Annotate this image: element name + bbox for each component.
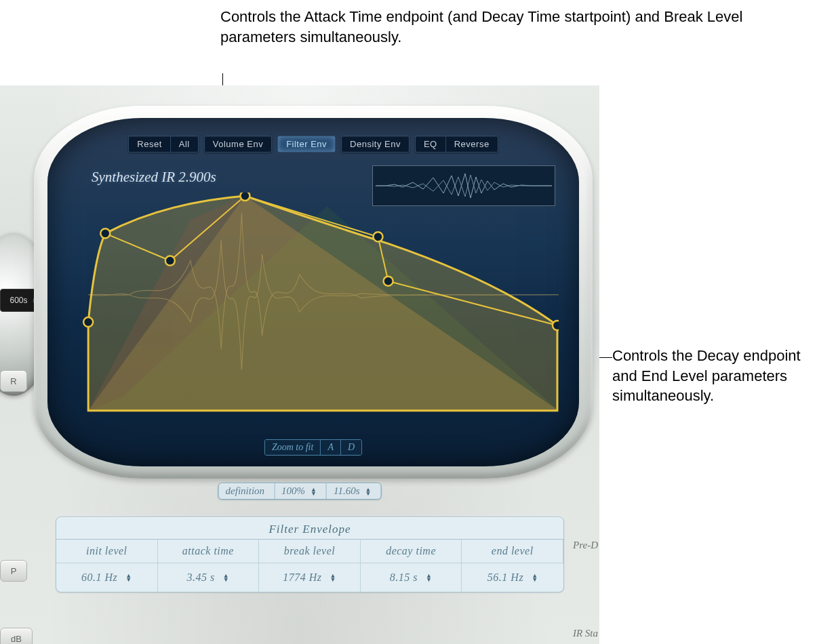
- value-break-level-text: 1774 Hz: [283, 571, 321, 584]
- filter-envelope-panel: Filter Envelope init level attack time b…: [56, 517, 564, 592]
- value-init-level-text: 60.1 Hz: [81, 571, 117, 584]
- value-break-level[interactable]: 1774 Hz: [259, 563, 361, 592]
- value-decay-time[interactable]: 8.15 s: [361, 563, 462, 592]
- stepper-icon[interactable]: [365, 487, 371, 496]
- filter-envelope-title: Filter Envelope: [56, 517, 563, 539]
- env-node-break[interactable]: [240, 193, 250, 201]
- annotation-right: Controls the Decay endpoint and End Leve…: [612, 346, 809, 406]
- filter-envelope-grid: init level attack time break level decay…: [56, 539, 563, 592]
- value-attack-time[interactable]: 3.45 s: [158, 563, 260, 592]
- density-env-tab[interactable]: Density Env: [341, 136, 410, 153]
- stepper-icon[interactable]: [532, 573, 538, 582]
- envelope-editor[interactable]: [68, 193, 559, 424]
- knob-readout-value: 600s: [10, 296, 28, 305]
- reset-group: Reset All: [128, 136, 198, 153]
- zoom-bar: Zoom to fit A D: [264, 439, 362, 456]
- header-break-level: break level: [259, 540, 361, 563]
- stepper-icon[interactable]: [311, 487, 317, 496]
- value-attack-time-text: 3.45 s: [187, 571, 215, 584]
- env-node-attack-start[interactable]: [100, 228, 110, 238]
- zoom-a-button[interactable]: A: [321, 440, 341, 455]
- value-decay-time-text: 8.15 s: [390, 571, 418, 584]
- side-button-hp[interactable]: P: [0, 560, 27, 582]
- definition-percent-value: 100%: [281, 485, 305, 497]
- env-node-end[interactable]: [553, 321, 559, 330]
- eq-reverse-group: EQ Reverse: [415, 136, 498, 153]
- stepper-icon[interactable]: [330, 573, 336, 582]
- definition-row: definition 100% 11.60s: [218, 483, 382, 500]
- side-button-r[interactable]: R: [0, 370, 27, 392]
- value-end-level-text: 56.1 Hz: [487, 571, 523, 584]
- value-init-level[interactable]: 60.1 Hz: [56, 563, 158, 592]
- stepper-icon[interactable]: [426, 573, 432, 582]
- header-decay-time: decay time: [361, 540, 462, 563]
- header-end-level: end level: [462, 540, 563, 563]
- side-button-db[interactable]: dB: [0, 628, 33, 644]
- pre-delay-label-cropped: Pre-D: [573, 540, 598, 551]
- ir-title: Synthesized IR 2.900s: [92, 169, 216, 186]
- all-button[interactable]: All: [170, 136, 199, 153]
- definition-label: definition: [219, 483, 275, 499]
- display-bezel: Reset All Volume Env Filter Env Density …: [34, 106, 593, 479]
- reverse-button[interactable]: Reverse: [445, 136, 498, 153]
- display-screen: Reset All Volume Env Filter Env Density …: [47, 118, 579, 466]
- stepper-icon[interactable]: [223, 573, 229, 582]
- reset-button[interactable]: Reset: [128, 136, 170, 153]
- env-node-attack-mid[interactable]: [165, 256, 175, 266]
- definition-percent[interactable]: 100%: [275, 483, 327, 499]
- zoom-to-fit-button[interactable]: Zoom to fit: [265, 440, 321, 455]
- value-end-level[interactable]: 56.1 Hz: [462, 563, 563, 592]
- volume-env-tab[interactable]: Volume Env: [204, 136, 272, 153]
- env-node-decay-mid1[interactable]: [373, 232, 382, 241]
- env-node-init[interactable]: [83, 317, 93, 327]
- env-node-decay-mid2[interactable]: [384, 277, 393, 286]
- annotation-top: Controls the Attack Time endpoint (and D…: [220, 7, 817, 47]
- display-toolbar: Reset All Volume Env Filter Env Density …: [47, 136, 579, 153]
- stepper-icon[interactable]: [125, 573, 132, 582]
- definition-time[interactable]: 11.60s: [327, 483, 380, 499]
- header-attack-time: attack time: [158, 540, 260, 563]
- eq-button[interactable]: EQ: [415, 136, 445, 153]
- header-init-level: init level: [56, 540, 158, 563]
- zoom-d-button[interactable]: D: [341, 440, 361, 455]
- envelope-curve-outer[interactable]: [88, 196, 557, 411]
- plugin-device: 600s R P dB Reset All Volume Env Filter …: [0, 85, 599, 644]
- ir-start-label-cropped: IR Sta: [573, 628, 598, 639]
- filter-env-tab[interactable]: Filter Env: [277, 136, 336, 153]
- definition-time-value: 11.60s: [334, 485, 359, 497]
